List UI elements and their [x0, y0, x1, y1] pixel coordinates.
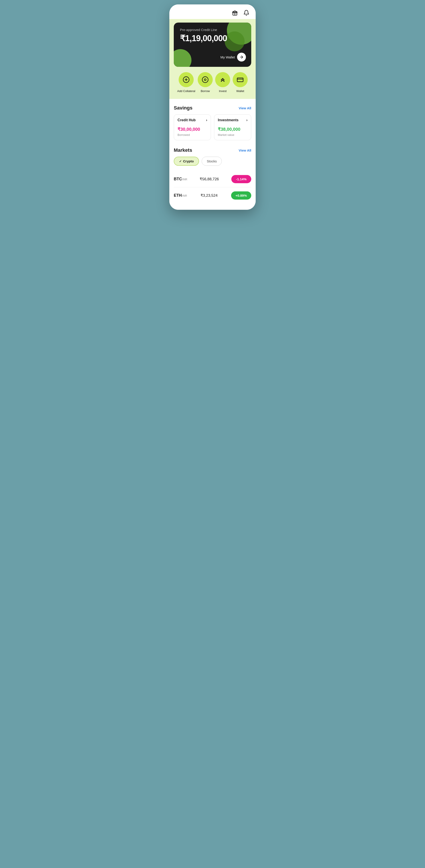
eth-base: ETH [174, 193, 182, 198]
investments-header: Investments › [218, 118, 247, 122]
investments-card[interactable]: Investments › ₹38,00,000 Market value [214, 114, 251, 140]
eth-row[interactable]: ETH /INR ₹3,23,524 +0.89% [174, 187, 251, 204]
credit-hub-sublabel: Borrowed [178, 133, 207, 136]
wallet-circle [233, 72, 248, 87]
market-filters: ✓ Crypto Stocks [174, 157, 251, 166]
savings-cards: Credit Hub › ₹30,00,000 Borrowed Investm… [174, 114, 251, 140]
credit-hub-chevron: › [206, 118, 207, 122]
my-wallet-label: My Wallet [220, 55, 235, 59]
phone-frame: Pre-approved Credit Line ₹1,19,00,000 My… [169, 4, 256, 210]
wallet-label: Wallet [236, 89, 244, 93]
btc-base: BTC [174, 177, 182, 181]
add-collateral-circle [179, 72, 194, 87]
btc-row[interactable]: BTC /INR ₹56,88,726 -1.14% [174, 171, 251, 187]
credit-hub-header: Credit Hub › [178, 118, 207, 122]
btc-price: ₹56,88,726 [187, 177, 231, 181]
credit-card: Pre-approved Credit Line ₹1,19,00,000 My… [174, 23, 251, 67]
borrow-circle [198, 72, 213, 87]
credit-label: Pre-approved Credit Line [180, 28, 245, 32]
invest-action[interactable]: Invest [215, 72, 230, 93]
investments-title: Investments [218, 118, 238, 122]
crypto-filter[interactable]: ✓ Crypto [174, 157, 199, 166]
svg-point-4 [204, 79, 206, 81]
borrow-label: Borrow [201, 89, 210, 93]
credit-amount: ₹1,19,00,000 [180, 33, 245, 43]
wallet-arrow-icon [237, 53, 246, 62]
check-icon: ✓ [179, 159, 182, 163]
markets-header: Markets View All [174, 147, 251, 153]
savings-header: Savings View All [174, 105, 251, 111]
investments-chevron: › [246, 118, 247, 122]
btc-quote: /INR [182, 178, 187, 181]
wallet-action[interactable]: Wallet [233, 72, 248, 93]
savings-title: Savings [174, 105, 192, 111]
markets-section: Markets View All ✓ Crypto Stocks BTC /IN… [174, 147, 251, 204]
eth-price: ₹3,23,524 [187, 193, 231, 198]
eth-quote: /INR [182, 194, 187, 197]
credit-hub-title: Credit Hub [178, 118, 196, 122]
my-wallet-button[interactable]: My Wallet [220, 53, 246, 62]
main-content: Savings View All Credit Hub › ₹30,00,000… [169, 99, 256, 210]
investments-sublabel: Market value [218, 133, 247, 136]
svg-rect-5 [237, 78, 243, 82]
hero-section: Pre-approved Credit Line ₹1,19,00,000 My… [169, 19, 256, 99]
eth-change: +0.89% [231, 191, 251, 199]
eth-pair: ETH /INR [174, 193, 187, 198]
borrow-action[interactable]: Borrow [198, 72, 213, 93]
investments-amount: ₹38,00,000 [218, 127, 247, 132]
crypto-filter-label: Crypto [183, 159, 194, 163]
credit-hub-card[interactable]: Credit Hub › ₹30,00,000 Borrowed [174, 114, 211, 140]
svg-point-3 [202, 77, 208, 83]
btc-change: -1.14% [231, 175, 251, 183]
credit-hub-amount: ₹30,00,000 [178, 127, 207, 132]
add-collateral-action[interactable]: Add Collateral [177, 72, 195, 93]
gift-button[interactable] [231, 9, 239, 17]
notification-button[interactable] [242, 9, 250, 17]
add-collateral-label: Add Collateral [177, 89, 195, 93]
invest-label: Invest [219, 89, 227, 93]
btc-pair: BTC /INR [174, 177, 187, 181]
header [169, 4, 256, 19]
stocks-filter-label: Stocks [207, 159, 217, 163]
action-buttons: Add Collateral Borrow [174, 72, 251, 93]
markets-title: Markets [174, 147, 192, 153]
savings-view-all[interactable]: View All [239, 106, 251, 110]
invest-circle [215, 72, 230, 87]
markets-view-all[interactable]: View All [239, 149, 251, 152]
stocks-filter[interactable]: Stocks [202, 157, 222, 166]
